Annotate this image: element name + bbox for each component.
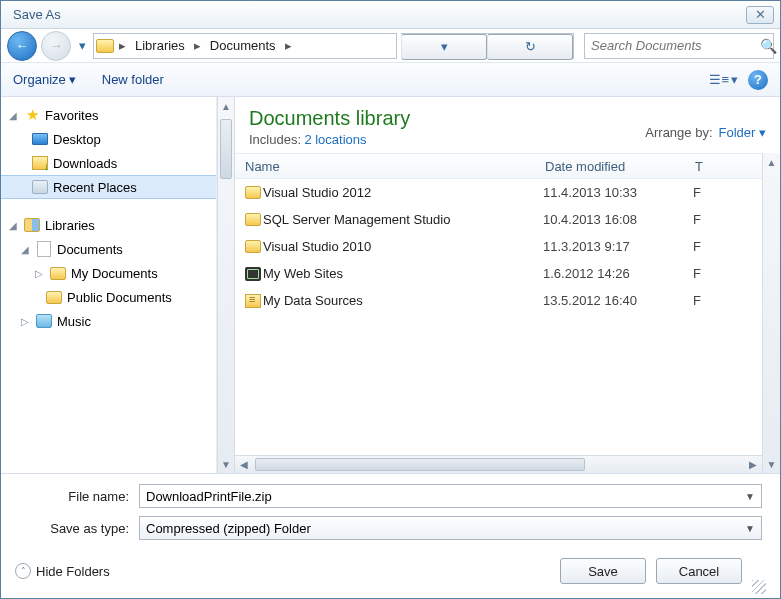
- vertical-scrollbar[interactable]: ▲ ▼: [762, 153, 780, 473]
- tree-documents[interactable]: ◢Documents: [1, 237, 216, 261]
- tree-desktop[interactable]: Desktop: [1, 127, 216, 151]
- saveastype-value: Compressed (zipped) Folder: [146, 521, 311, 536]
- filename-input[interactable]: [146, 489, 745, 504]
- expand-icon[interactable]: ▷: [19, 316, 31, 327]
- libraries-icon: [24, 218, 40, 232]
- data-source-icon: [245, 294, 261, 308]
- tree-recent-places[interactable]: Recent Places: [1, 175, 216, 199]
- scroll-thumb[interactable]: [220, 119, 232, 179]
- tree-libraries[interactable]: ◢Libraries: [1, 213, 216, 237]
- chevron-right-icon[interactable]: ▸: [282, 38, 295, 53]
- desktop-icon: [32, 133, 48, 145]
- file-date: 10.4.2013 16:08: [543, 212, 693, 227]
- file-name: My Web Sites: [263, 266, 543, 281]
- column-headers: Name Date modified T: [235, 153, 762, 179]
- tree-music[interactable]: ▷Music: [1, 309, 216, 333]
- scroll-left-icon[interactable]: ◀: [235, 456, 253, 473]
- file-type: F: [693, 239, 701, 254]
- column-type[interactable]: T: [685, 154, 762, 178]
- resize-grip[interactable]: [752, 580, 766, 594]
- chevron-down-icon[interactable]: ▼: [745, 491, 755, 502]
- chevron-right-icon[interactable]: ▸: [116, 38, 129, 53]
- tree-public-documents[interactable]: Public Documents: [1, 285, 216, 309]
- folder-icon: [50, 267, 66, 280]
- saveastype-combo[interactable]: Compressed (zipped) Folder ▼: [139, 516, 762, 540]
- organize-menu[interactable]: Organize ▾: [13, 72, 76, 87]
- file-row[interactable]: My Web Sites1.6.2012 14:26F: [235, 260, 762, 287]
- collapse-icon[interactable]: ◢: [7, 110, 19, 121]
- folder-icon: [245, 213, 261, 226]
- search-input[interactable]: [591, 38, 760, 53]
- downloads-icon: [32, 156, 48, 170]
- locations-link[interactable]: 2 locations: [304, 132, 366, 147]
- file-name: Visual Studio 2010: [263, 239, 543, 254]
- help-button[interactable]: ?: [748, 70, 768, 90]
- chevron-right-icon[interactable]: ▸: [191, 38, 204, 53]
- view-icon: ☰≡: [709, 72, 729, 87]
- nav-tree: ◢★Favorites Desktop Downloads Recent Pla…: [1, 97, 217, 473]
- new-folder-button[interactable]: New folder: [102, 72, 164, 87]
- column-date[interactable]: Date modified: [535, 154, 685, 178]
- scroll-thumb[interactable]: [255, 458, 585, 471]
- chevron-down-icon[interactable]: ▼: [745, 523, 755, 534]
- forward-button: →: [41, 31, 71, 61]
- history-dropdown[interactable]: ▾: [75, 33, 89, 59]
- scroll-up-icon[interactable]: ▲: [763, 153, 780, 171]
- breadcrumb-libraries[interactable]: Libraries: [129, 34, 191, 58]
- library-header: Documents library Includes: 2 locations …: [235, 97, 780, 153]
- file-row[interactable]: Visual Studio 201211.4.2013 10:33F: [235, 179, 762, 206]
- documents-icon: [37, 241, 51, 257]
- horizontal-scrollbar[interactable]: ◀ ▶: [235, 455, 762, 473]
- view-options-button[interactable]: ☰≡ ▾: [709, 72, 738, 87]
- file-name: SQL Server Management Studio: [263, 212, 543, 227]
- arrow-right-icon: →: [50, 38, 63, 53]
- file-row[interactable]: SQL Server Management Studio10.4.2013 16…: [235, 206, 762, 233]
- filename-combo[interactable]: ▼: [139, 484, 762, 508]
- address-bar[interactable]: ▸ Libraries▸ Documents▸: [93, 33, 397, 59]
- filename-label: File name:: [19, 489, 139, 504]
- main-pane: Documents library Includes: 2 locations …: [235, 97, 780, 473]
- file-row[interactable]: My Data Sources13.5.2012 16:40F: [235, 287, 762, 314]
- column-name[interactable]: Name: [235, 154, 535, 178]
- hide-folders-button[interactable]: ˄ Hide Folders: [15, 563, 110, 579]
- arrange-by-dropdown[interactable]: Folder ▾: [719, 125, 766, 140]
- refresh-icon: ↻: [525, 39, 536, 54]
- breadcrumb-documents[interactable]: Documents: [204, 34, 282, 58]
- folder-icon: [245, 240, 261, 253]
- tree-downloads[interactable]: Downloads: [1, 151, 216, 175]
- back-button[interactable]: ←: [7, 31, 37, 61]
- tree-favorites[interactable]: ◢★Favorites: [1, 103, 216, 127]
- folder-icon: [245, 186, 261, 199]
- expand-icon[interactable]: ▷: [33, 268, 45, 279]
- scroll-down-icon[interactable]: ▼: [763, 455, 780, 473]
- search-box[interactable]: 🔍: [584, 33, 774, 59]
- titlebar: Save As ✕: [1, 1, 780, 29]
- scroll-right-icon[interactable]: ▶: [744, 456, 762, 473]
- file-type: F: [693, 266, 701, 281]
- save-button[interactable]: Save: [560, 558, 646, 584]
- file-date: 1.6.2012 14:26: [543, 266, 693, 281]
- tree-my-documents[interactable]: ▷My Documents: [1, 261, 216, 285]
- nav-row: ← → ▾ ▸ Libraries▸ Documents▸ ▾ ↻ 🔍: [1, 29, 780, 63]
- help-icon: ?: [754, 72, 762, 87]
- close-button[interactable]: ✕: [746, 6, 774, 24]
- tree-scrollbar[interactable]: ▲ ▼: [217, 97, 235, 473]
- file-list: Visual Studio 201211.4.2013 10:33FSQL Se…: [235, 179, 762, 455]
- chevron-down-icon: ▾: [441, 39, 448, 54]
- scroll-down-icon[interactable]: ▼: [218, 455, 234, 473]
- collapse-icon[interactable]: ◢: [7, 220, 19, 231]
- file-name: Visual Studio 2012: [263, 185, 543, 200]
- previous-locations-button[interactable]: ▾: [401, 34, 487, 60]
- file-date: 13.5.2012 16:40: [543, 293, 693, 308]
- file-type: F: [693, 293, 701, 308]
- folder-icon: [96, 39, 114, 53]
- cancel-button[interactable]: Cancel: [656, 558, 742, 584]
- library-title: Documents library: [249, 107, 410, 130]
- refresh-button[interactable]: ↻: [487, 34, 573, 60]
- file-row[interactable]: Visual Studio 201011.3.2013 9:17F: [235, 233, 762, 260]
- folder-icon: [46, 291, 62, 304]
- collapse-icon[interactable]: ◢: [19, 244, 31, 255]
- web-icon: [245, 267, 261, 281]
- close-icon: ✕: [755, 7, 766, 22]
- scroll-up-icon[interactable]: ▲: [218, 97, 234, 115]
